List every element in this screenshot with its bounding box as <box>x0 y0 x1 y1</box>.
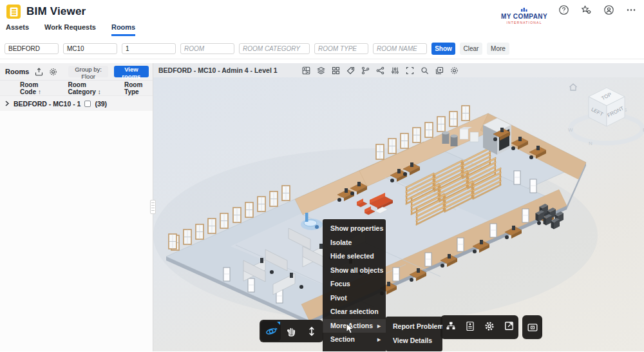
navigation-toolbar <box>260 320 323 342</box>
menu-item-section[interactable]: Section▶ <box>323 333 386 347</box>
tool-flyout-notch <box>277 322 280 325</box>
submenu-arrow-icon: ▶ <box>377 319 381 333</box>
branch-icon[interactable] <box>361 66 370 75</box>
svg-text:W: W <box>568 127 573 133</box>
zoom-tool-button[interactable] <box>301 326 322 337</box>
search-icon[interactable] <box>421 66 429 75</box>
clear-button[interactable]: Clear <box>460 43 482 55</box>
sort-asc-icon: ↑ <box>38 88 41 95</box>
fullscreen-button[interactable] <box>504 321 514 333</box>
filter-room-input[interactable] <box>180 43 234 54</box>
properties-button[interactable] <box>466 321 475 334</box>
column-room-code[interactable]: Room Code↑ <box>20 81 54 95</box>
filter-sliders-icon[interactable] <box>391 66 399 75</box>
model-browser-icon[interactable] <box>302 66 310 75</box>
menu-item-focus[interactable]: Focus <box>323 277 386 291</box>
filter-room-category-input[interactable] <box>239 43 310 54</box>
app-logo-icon <box>6 5 21 19</box>
selection-frame-icon[interactable] <box>406 66 414 75</box>
screenshot-button[interactable] <box>522 315 542 339</box>
tab-work-requests[interactable]: Work Requests <box>44 23 96 34</box>
rooms-table-header: Room Code↑ Room Category↕ Room Type <box>0 80 153 95</box>
bim-viewer-pane: BEDFORD - MC10 - Admin 4 - Level 1 <box>153 63 644 351</box>
settings-icon[interactable] <box>49 68 57 76</box>
viewer-tools-toolbar <box>440 315 518 339</box>
apps-grid-icon[interactable] <box>332 66 340 75</box>
model-tree-button[interactable] <box>446 321 456 333</box>
tree-row-label: BEDFORD - MC10 - 1 <box>14 100 80 108</box>
account-icon[interactable] <box>604 5 614 15</box>
filter-room-type-input[interactable] <box>314 43 368 54</box>
menu-item-isolate[interactable]: Isolate <box>323 236 386 250</box>
tree-row-count: (39) <box>95 100 107 108</box>
tree-row-checkbox[interactable] <box>84 101 91 107</box>
submenu-item-report-problem[interactable]: Report Problem <box>386 320 442 334</box>
brand-building-icon <box>521 8 527 12</box>
viewer-canvas[interactable]: W E N S TOP LEFT FRONT <box>153 77 644 351</box>
submenu-arrow-icon: ▶ <box>377 333 381 347</box>
menu-item-show-properties[interactable]: Show properties <box>323 222 386 236</box>
filter-building-input[interactable] <box>63 43 117 54</box>
share-icon[interactable] <box>376 66 384 75</box>
orbit-tool-button[interactable] <box>261 321 281 341</box>
layers-icon[interactable] <box>317 66 325 75</box>
pan-hand-icon <box>286 326 296 337</box>
pan-tool-button[interactable] <box>281 326 301 337</box>
app-header: BIM Viewer MY COMPANY INTERNATIONAL <box>0 0 644 23</box>
tag-icon[interactable] <box>346 66 355 75</box>
submenu-item-view-details[interactable]: View Details <box>386 334 442 348</box>
menu-item-clear-selection[interactable]: Clear selection <box>323 305 386 319</box>
rooms-panel-toolbar: Rooms Group by: Floor View rooms <box>0 63 153 80</box>
menu-item-more-actions[interactable]: More Actions▶ <box>323 319 386 333</box>
column-room-category[interactable]: Room Category↕ <box>68 81 112 95</box>
main-tabs: Assets Work Requests Rooms <box>0 23 644 39</box>
filter-bar: Show Clear More <box>0 39 644 59</box>
context-menu: Show properties Isolate Hide selected Sh… <box>323 219 386 351</box>
screenshot-icon <box>527 323 538 332</box>
view-cube[interactable]: W E N S TOP LEFT FRONT <box>560 83 644 157</box>
viewer-titlebar: BEDFORD - MC10 - Admin 4 - Level 1 <box>153 63 644 77</box>
filter-site-input[interactable] <box>5 43 59 54</box>
zoom-updown-icon <box>307 326 316 337</box>
column-room-type[interactable]: Room Type <box>124 81 153 95</box>
export-icon[interactable] <box>35 68 43 76</box>
more-options-icon[interactable] <box>626 5 636 15</box>
filter-room-name-input[interactable] <box>373 43 427 54</box>
view-rooms-button[interactable]: View rooms <box>114 66 149 77</box>
panel-splitter-handle[interactable] <box>150 200 156 214</box>
viewer-settings-icon[interactable] <box>450 66 459 75</box>
viewer-settings-button[interactable] <box>484 321 495 334</box>
mouse-cursor <box>346 323 354 335</box>
company-brand: MY COMPANY INTERNATIONAL <box>501 3 547 24</box>
orbit-icon <box>265 326 278 337</box>
favorites-settings-icon[interactable] <box>581 5 592 15</box>
filter-floor-input[interactable] <box>122 43 176 54</box>
tab-rooms[interactable]: Rooms <box>111 23 135 36</box>
show-button[interactable]: Show <box>431 43 455 55</box>
tab-assets[interactable]: Assets <box>6 23 29 34</box>
sort-both-icon: ↕ <box>98 88 101 95</box>
tree-row-floor[interactable]: BEDFORD - MC10 - 1 (39) <box>0 95 153 111</box>
menu-item-hide-selected[interactable]: Hide selected <box>323 249 386 264</box>
views-icon[interactable] <box>435 66 444 75</box>
menu-item-pivot[interactable]: Pivot <box>323 291 386 306</box>
svg-text:N: N <box>589 141 592 146</box>
more-button[interactable]: More <box>487 43 509 55</box>
group-by-button[interactable]: Group by: Floor <box>68 66 108 77</box>
expand-icon[interactable] <box>5 101 10 106</box>
rooms-panel: Rooms Group by: Floor View rooms Room Co… <box>0 63 153 351</box>
viewer-title: BEDFORD - MC10 - Admin 4 - Level 1 <box>158 66 278 74</box>
context-submenu: Report Problem View Details <box>386 317 442 351</box>
rooms-panel-title: Rooms <box>5 68 29 75</box>
menu-item-show-all-objects[interactable]: Show all objects <box>323 264 386 278</box>
page-title: BIM Viewer <box>26 5 86 18</box>
help-icon[interactable] <box>559 5 569 15</box>
